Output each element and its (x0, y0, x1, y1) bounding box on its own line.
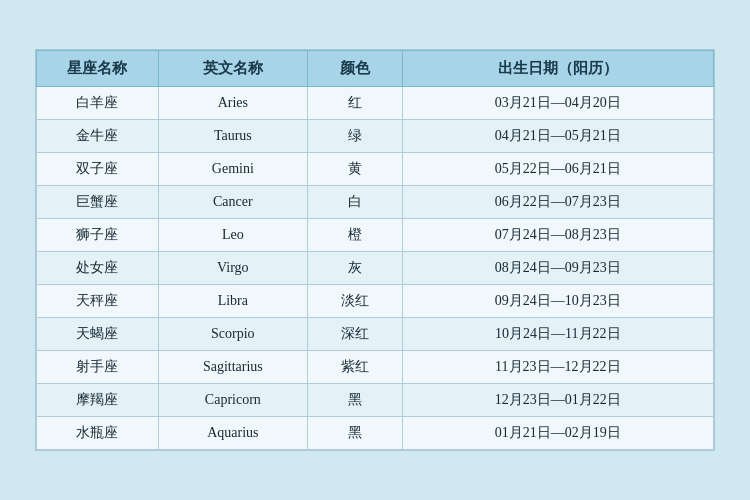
cell-english: Aries (158, 87, 307, 120)
cell-color: 橙 (307, 219, 402, 252)
cell-chinese: 天秤座 (37, 285, 159, 318)
cell-chinese: 狮子座 (37, 219, 159, 252)
cell-english: Virgo (158, 252, 307, 285)
cell-date: 05月22日—06月21日 (402, 153, 713, 186)
header-color: 颜色 (307, 51, 402, 87)
header-date: 出生日期（阳历） (402, 51, 713, 87)
cell-english: Gemini (158, 153, 307, 186)
cell-english: Cancer (158, 186, 307, 219)
cell-english: Libra (158, 285, 307, 318)
cell-chinese: 摩羯座 (37, 384, 159, 417)
cell-color: 红 (307, 87, 402, 120)
table-row: 摩羯座Capricorn黑12月23日—01月22日 (37, 384, 714, 417)
table-row: 射手座Sagittarius紫红11月23日—12月22日 (37, 351, 714, 384)
cell-english: Leo (158, 219, 307, 252)
cell-chinese: 水瓶座 (37, 417, 159, 450)
cell-color: 深红 (307, 318, 402, 351)
cell-date: 06月22日—07月23日 (402, 186, 713, 219)
cell-color: 白 (307, 186, 402, 219)
cell-date: 03月21日—04月20日 (402, 87, 713, 120)
cell-color: 淡红 (307, 285, 402, 318)
cell-chinese: 金牛座 (37, 120, 159, 153)
cell-date: 08月24日—09月23日 (402, 252, 713, 285)
cell-date: 01月21日—02月19日 (402, 417, 713, 450)
cell-color: 黄 (307, 153, 402, 186)
cell-english: Capricorn (158, 384, 307, 417)
cell-date: 07月24日—08月23日 (402, 219, 713, 252)
cell-english: Scorpio (158, 318, 307, 351)
zodiac-table: 星座名称 英文名称 颜色 出生日期（阳历） 白羊座Aries红03月21日—04… (36, 50, 714, 450)
cell-color: 灰 (307, 252, 402, 285)
header-chinese: 星座名称 (37, 51, 159, 87)
cell-date: 11月23日—12月22日 (402, 351, 713, 384)
table-row: 水瓶座Aquarius黑01月21日—02月19日 (37, 417, 714, 450)
table-row: 巨蟹座Cancer白06月22日—07月23日 (37, 186, 714, 219)
table-row: 白羊座Aries红03月21日—04月20日 (37, 87, 714, 120)
cell-color: 紫红 (307, 351, 402, 384)
table-row: 天秤座Libra淡红09月24日—10月23日 (37, 285, 714, 318)
cell-date: 12月23日—01月22日 (402, 384, 713, 417)
table-row: 金牛座Taurus绿04月21日—05月21日 (37, 120, 714, 153)
cell-english: Taurus (158, 120, 307, 153)
cell-chinese: 射手座 (37, 351, 159, 384)
cell-english: Sagittarius (158, 351, 307, 384)
cell-chinese: 双子座 (37, 153, 159, 186)
cell-chinese: 天蝎座 (37, 318, 159, 351)
table-row: 双子座Gemini黄05月22日—06月21日 (37, 153, 714, 186)
cell-color: 黑 (307, 417, 402, 450)
table-row: 处女座Virgo灰08月24日—09月23日 (37, 252, 714, 285)
cell-chinese: 白羊座 (37, 87, 159, 120)
cell-date: 10月24日—11月22日 (402, 318, 713, 351)
table-row: 狮子座Leo橙07月24日—08月23日 (37, 219, 714, 252)
cell-date: 04月21日—05月21日 (402, 120, 713, 153)
table-header-row: 星座名称 英文名称 颜色 出生日期（阳历） (37, 51, 714, 87)
header-english: 英文名称 (158, 51, 307, 87)
zodiac-table-container: 星座名称 英文名称 颜色 出生日期（阳历） 白羊座Aries红03月21日—04… (35, 49, 715, 451)
cell-chinese: 巨蟹座 (37, 186, 159, 219)
cell-color: 黑 (307, 384, 402, 417)
cell-chinese: 处女座 (37, 252, 159, 285)
cell-date: 09月24日—10月23日 (402, 285, 713, 318)
table-body: 白羊座Aries红03月21日—04月20日金牛座Taurus绿04月21日—0… (37, 87, 714, 450)
cell-color: 绿 (307, 120, 402, 153)
cell-english: Aquarius (158, 417, 307, 450)
table-row: 天蝎座Scorpio深红10月24日—11月22日 (37, 318, 714, 351)
